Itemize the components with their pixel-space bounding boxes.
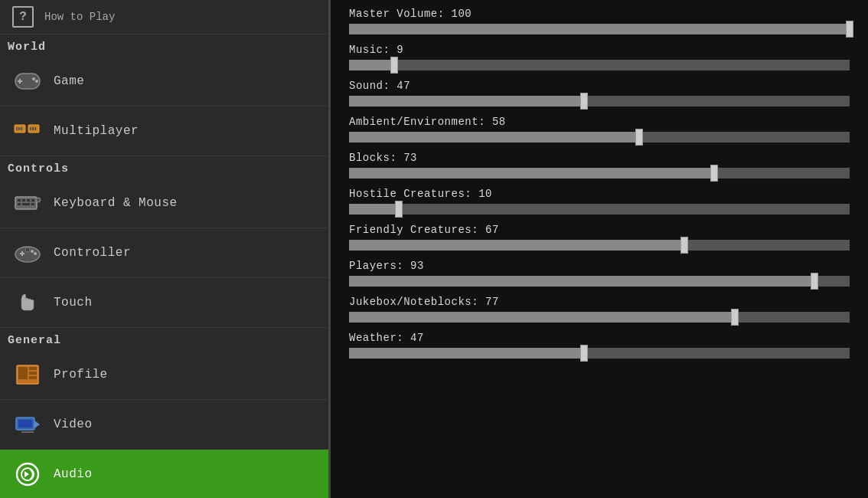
weather-label: Weather: 47 xyxy=(349,332,850,344)
sidebar-item-profile[interactable]: Profile xyxy=(0,350,328,400)
sidebar-item-audio[interactable]: Audio xyxy=(0,450,328,498)
slider-weather: Weather: 47 xyxy=(349,332,850,359)
svg-rect-30 xyxy=(18,367,28,379)
svg-rect-3 xyxy=(18,80,22,82)
keyboard-mouse-label: Keyboard & Mouse xyxy=(54,196,178,210)
sound-track[interactable] xyxy=(349,96,850,106)
svg-point-4 xyxy=(32,77,35,80)
blocks-thumb[interactable] xyxy=(710,165,718,182)
svg-point-22 xyxy=(36,198,41,202)
svg-rect-32 xyxy=(29,372,37,375)
svg-rect-16 xyxy=(22,199,25,201)
friendly-fill xyxy=(349,240,684,251)
audio-label: Audio xyxy=(54,467,93,481)
audio-icon xyxy=(12,459,43,490)
hostile-track[interactable] xyxy=(349,204,850,215)
svg-rect-15 xyxy=(18,199,21,201)
sidebar-item-game[interactable]: Game xyxy=(0,57,328,106)
sound-fill xyxy=(349,96,584,106)
slider-hostile: Hostile Creatures: 10 xyxy=(349,188,850,215)
ambient-track[interactable] xyxy=(349,132,850,143)
svg-rect-13 xyxy=(34,127,36,130)
controller-label: Controller xyxy=(54,246,131,260)
players-label: Players: 93 xyxy=(349,260,850,272)
svg-point-27 xyxy=(34,252,37,255)
jukebox-track[interactable] xyxy=(349,312,850,323)
svg-rect-18 xyxy=(31,199,34,201)
profile-icon xyxy=(12,359,43,390)
jukebox-thumb[interactable] xyxy=(731,309,739,326)
controller-icon xyxy=(12,238,43,268)
players-fill xyxy=(349,276,814,287)
svg-rect-35 xyxy=(18,420,32,428)
svg-rect-33 xyxy=(29,376,37,379)
svg-rect-37 xyxy=(21,431,34,433)
question-icon: ? xyxy=(12,6,34,28)
friendly-label: Friendly Creatures: 67 xyxy=(349,224,850,236)
svg-rect-31 xyxy=(29,367,37,370)
multiplayer-icon xyxy=(12,116,43,146)
how-to-play-label: How to Play xyxy=(44,11,115,23)
game-icon xyxy=(12,66,43,97)
sidebar-item-touch[interactable]: Touch xyxy=(0,278,328,328)
hostile-label: Hostile Creatures: 10 xyxy=(349,188,850,200)
sound-label: Sound: 47 xyxy=(349,80,850,92)
music-thumb[interactable] xyxy=(390,57,398,74)
sidebar-item-multiplayer[interactable]: Multiplayer xyxy=(0,106,328,156)
blocks-track[interactable] xyxy=(349,168,850,179)
svg-point-28 xyxy=(25,247,30,252)
video-label: Video xyxy=(54,418,93,431)
blocks-fill xyxy=(349,168,714,179)
svg-rect-21 xyxy=(31,203,34,205)
svg-rect-11 xyxy=(30,127,31,130)
how-to-play-item[interactable]: ? How to Play xyxy=(0,0,328,34)
sidebar-item-keyboard-mouse[interactable]: Keyboard & Mouse xyxy=(0,179,328,228)
svg-rect-7 xyxy=(16,127,18,130)
players-thumb[interactable] xyxy=(811,273,818,290)
ambient-label: Ambient/Environment: 58 xyxy=(349,116,850,128)
svg-rect-20 xyxy=(22,203,30,205)
slider-friendly: Friendly Creatures: 67 xyxy=(349,224,850,251)
slider-sound: Sound: 47 xyxy=(349,80,850,106)
svg-marker-36 xyxy=(34,421,40,428)
friendly-track[interactable] xyxy=(349,240,850,251)
svg-point-5 xyxy=(35,80,38,83)
master-volume-label: Master Volume: 100 xyxy=(349,8,850,20)
svg-rect-12 xyxy=(32,127,34,130)
sidebar: ? How to Play World Game xyxy=(0,0,331,498)
weather-thumb[interactable] xyxy=(580,345,588,362)
master-volume-track[interactable] xyxy=(349,24,850,34)
weather-track[interactable] xyxy=(349,348,850,359)
slider-ambient: Ambient/Environment: 58 xyxy=(349,116,850,143)
music-label: Music: 9 xyxy=(349,44,850,56)
slider-players: Players: 93 xyxy=(349,260,850,287)
friendly-thumb[interactable] xyxy=(680,237,688,254)
svg-rect-17 xyxy=(27,199,30,201)
sidebar-item-video[interactable]: Video xyxy=(0,400,328,450)
controls-section-header: Controls xyxy=(0,156,328,179)
svg-point-26 xyxy=(31,250,34,253)
world-section-header: World xyxy=(0,34,328,57)
sound-thumb[interactable] xyxy=(580,93,588,110)
sidebar-item-controller[interactable]: Controller xyxy=(0,228,328,278)
music-track[interactable] xyxy=(349,60,850,70)
blocks-label: Blocks: 73 xyxy=(349,152,850,164)
hostile-fill xyxy=(349,204,399,215)
jukebox-label: Jukebox/Noteblocks: 77 xyxy=(349,296,850,308)
slider-jukebox: Jukebox/Noteblocks: 77 xyxy=(349,296,850,323)
profile-label: Profile xyxy=(54,368,108,382)
weather-fill xyxy=(349,348,584,359)
touch-icon xyxy=(12,287,43,318)
general-section-header: General xyxy=(0,328,328,350)
audio-settings-panel: Master Volume: 100 Music: 9 Sound: 47 Am… xyxy=(331,0,868,498)
ambient-thumb[interactable] xyxy=(635,129,643,146)
music-fill xyxy=(349,60,394,70)
hostile-thumb[interactable] xyxy=(395,201,403,218)
jukebox-fill xyxy=(349,312,735,323)
svg-rect-25 xyxy=(20,253,24,254)
master-volume-thumb[interactable] xyxy=(846,21,853,38)
slider-music: Music: 9 xyxy=(349,44,850,70)
players-track[interactable] xyxy=(349,276,850,287)
master-volume-fill xyxy=(349,24,850,34)
multiplayer-label: Multiplayer xyxy=(54,124,139,138)
